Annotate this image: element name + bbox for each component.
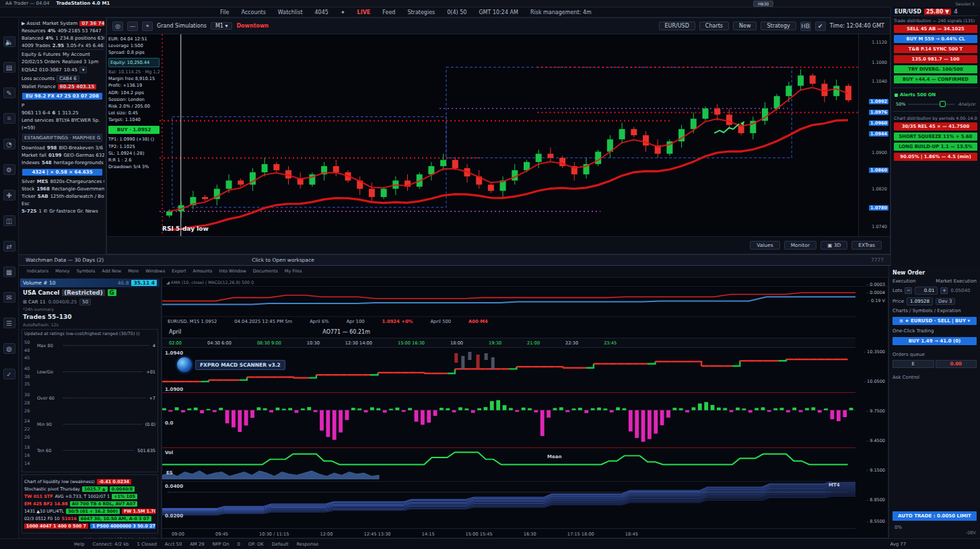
log-row[interactable]: TW 011 STF AVG +0.733, T 1002/07 1 +1% 1… [24, 494, 155, 499]
hb-icon[interactable]: HB [800, 22, 811, 31]
status-item[interactable]: Default [272, 542, 289, 547]
menu-item[interactable]: Strategies [403, 9, 440, 16]
subwindow-menu-item[interactable]: Add New [102, 268, 121, 274]
log-row[interactable]: Chart of liquidity low (weakness) -0.41 … [24, 479, 155, 484]
menu-item[interactable]: LIVE [353, 9, 376, 16]
status-item[interactable]: 0 [237, 542, 240, 547]
chart-footer-button[interactable]: EXTras [851, 241, 882, 250]
distribution-row[interactable]: 30/35 REL 45 × — 41.7500 [894, 122, 977, 131]
market-watch-row[interactable]: ESTANGARIFTINGS · MARPHEE G [20, 131, 104, 144]
status-item[interactable]: 1 Closed [137, 542, 156, 547]
market-watch-row[interactable]: Indexes 548 heritage-foregrounds [20, 159, 104, 166]
alerts-toggle[interactable]: Alerts 500 ON [895, 92, 977, 98]
market-watch-row[interactable]: 4009 Trades 2.95 3.05-Fx 45 6.467 [20, 42, 104, 49]
status-item[interactable]: Response [297, 542, 319, 547]
price-input[interactable]: 1.09528 [907, 297, 933, 305]
slider-knob[interactable] [940, 101, 946, 107]
list-icon[interactable]: ☰ [3, 318, 15, 328]
transfer-icon[interactable]: ⇄ [3, 241, 15, 252]
market-watch-row[interactable]: Loss accounts CAB4 6 [20, 74, 104, 83]
status-item[interactable]: AM 29 [190, 542, 204, 547]
market-watch-row[interactable]: Download 998 BIO-Breakeven 3/6 [20, 144, 104, 151]
subwindow-menu-item[interactable]: My Files [285, 268, 302, 274]
line-tool-icon[interactable]: — [127, 22, 138, 31]
market-watch-row[interactable]: Ticker SAB 125th-dollarwatch / Bow [20, 192, 104, 200]
market-watch-row[interactable]: 9063 13 6-4 6 1 313.25 [20, 109, 104, 116]
gauge-row[interactable]: 40 38 35 Low/Go +01 [24, 365, 155, 389]
market-watch-row[interactable]: Lend services BTLYA BYCWER Sp. [20, 116, 104, 124]
queue-cell[interactable]: E [893, 360, 934, 368]
menu-item[interactable]: 4045 [310, 9, 333, 16]
market-watch-row[interactable]: Silver MES 8020s-Chargeurances Gro [20, 178, 104, 185]
log-row[interactable]: 1431 ▲10 UPL/4TL 50/5 (01 + 16.2 500) FW… [24, 509, 155, 514]
subwindow-menu-item[interactable]: Export [172, 268, 186, 274]
menu-item[interactable]: File [215, 9, 234, 16]
market-watch-row[interactable]: ▶ Assist Market System 07 36 74 [20, 20, 104, 27]
sound-icon[interactable]: 🔈 [3, 36, 15, 47]
buy-quick-button[interactable]: BUY 1.49 → 41.0 (0) [893, 337, 977, 345]
chart-footer-button[interactable]: Values [750, 241, 780, 250]
volume-header[interactable]: Volume # 10 46.8 35.11 4 [20, 279, 160, 287]
distribution-row[interactable]: SHORT SQUEEZE 11% + 5.60 [894, 133, 977, 141]
confirm-icon[interactable]: ✓ [3, 369, 15, 379]
status-item[interactable]: Connect: 4/2 kb [93, 542, 129, 547]
status-item[interactable]: NFP On [213, 542, 230, 547]
signal-row[interactable]: BUY +44.4 — CONFIRMED [894, 75, 977, 83]
draw-icon[interactable]: ✎ [3, 87, 15, 98]
distribution-row[interactable]: LONG BUILD-UP 1.1 — 13.5% [894, 143, 977, 151]
timeframe-dropdown[interactable]: M1 ▾ [211, 22, 233, 30]
strategy-button[interactable]: Strategy [761, 22, 796, 30]
distribution-row[interactable]: 90.05% | 1.86% — 4.5 (min) [894, 153, 977, 161]
market-watch-row[interactable]: Market fall 0199 GEO-Germas 6321 [20, 151, 104, 159]
subwindow-menu-item[interactable]: Symbols [77, 268, 96, 274]
mail-icon[interactable]: ✉ [3, 292, 15, 303]
market-watch-row[interactable]: Equity & Futures My Account [20, 50, 104, 58]
sell-buy-toggle[interactable]: ≡ ★ EURUSD · SELL | BUY ▾ [893, 317, 977, 325]
market-watch-row[interactable]: 5-725 1 © Gr fastrace Gr. News [20, 207, 104, 215]
lots-minus-button[interactable]: − [905, 287, 912, 294]
settings-icon[interactable]: ⚙ [3, 164, 15, 175]
subwindow-menu-item[interactable]: More [128, 268, 139, 274]
charts-button[interactable]: Charts [699, 22, 729, 30]
auto-trade-button[interactable]: AUTO TRADE : 0.0050 LIMIT [893, 511, 977, 521]
check-icon[interactable]: ✔ [815, 22, 826, 31]
chart-footer-button[interactable]: Monitor [784, 241, 817, 250]
gauge-row[interactable]: 50 48 45 Max 80 4 [24, 339, 155, 363]
target-tool-icon[interactable]: ⌖ [142, 22, 153, 31]
menu-item[interactable]: Watchlist [273, 9, 308, 16]
status-item[interactable]: Help [74, 542, 85, 547]
subwindow-menu-item[interactable]: Money [55, 268, 70, 274]
subwindow-menu-item[interactable]: Documents [253, 268, 278, 274]
market-watch-row[interactable]: EU 98.2 FX 47 25 03 07 208 [20, 90, 104, 102]
menu-item[interactable]: Accounts [236, 9, 270, 16]
status-item[interactable]: OF: OK [248, 542, 264, 547]
menu-item[interactable]: Risk management: 4m [526, 9, 596, 16]
buy-signal-badge[interactable]: BUY · 1.0952 [108, 126, 160, 135]
new-button[interactable]: New [733, 22, 757, 30]
lots-plus-button[interactable]: + [940, 287, 948, 294]
market-watch-row[interactable]: Esc [20, 200, 104, 207]
signal-row[interactable]: 135.0 981.7 — 100 [894, 55, 977, 63]
globe-icon[interactable]: ◍ [3, 343, 15, 354]
titlebar-button[interactable]: HB30 [753, 1, 773, 7]
signal-row[interactable]: TRY DIVERG. 100/500 [894, 65, 977, 73]
gauge-row[interactable]: 18 16 14 Ten 60 501.635 [24, 444, 155, 468]
new-window-icon[interactable]: ◫ [3, 215, 15, 226]
signal-row[interactable]: SELL 45 AB — 34.1025 [894, 25, 977, 33]
crosshair-icon[interactable]: ✚ [3, 190, 15, 200]
log-row[interactable]: 02/3 0512 F0 10 51016 6047 30, 10.50 AM,… [24, 516, 155, 521]
lots-input[interactable]: 0.01 [915, 287, 938, 295]
report-icon[interactable]: ▦ [3, 266, 15, 277]
menu-item[interactable]: Feed [378, 9, 400, 16]
symbol-button[interactable]: EUR/USD [659, 22, 695, 30]
filter-checkbox[interactable]: ⊞ CAR 11 [23, 299, 46, 305]
market-watch-row[interactable]: Wallet Finance 60.25 403.15 [20, 83, 104, 90]
chart-footer-button[interactable]: ▣ 3D [820, 241, 847, 250]
signal-row[interactable]: BUY M 559 → 0.44% CL [894, 35, 977, 43]
menu-item[interactable]: ✦ [336, 9, 350, 16]
market-watch-row[interactable]: P [20, 102, 104, 109]
market-watch-row[interactable]: Resources 4% 409-2185 53 7647 [20, 27, 104, 34]
status-item[interactable]: Acct 50 [165, 542, 182, 547]
signal-row[interactable]: T&B P.14 SYNC 500 T [894, 45, 977, 53]
market-watch-icon[interactable]: ▤ [3, 62, 15, 73]
